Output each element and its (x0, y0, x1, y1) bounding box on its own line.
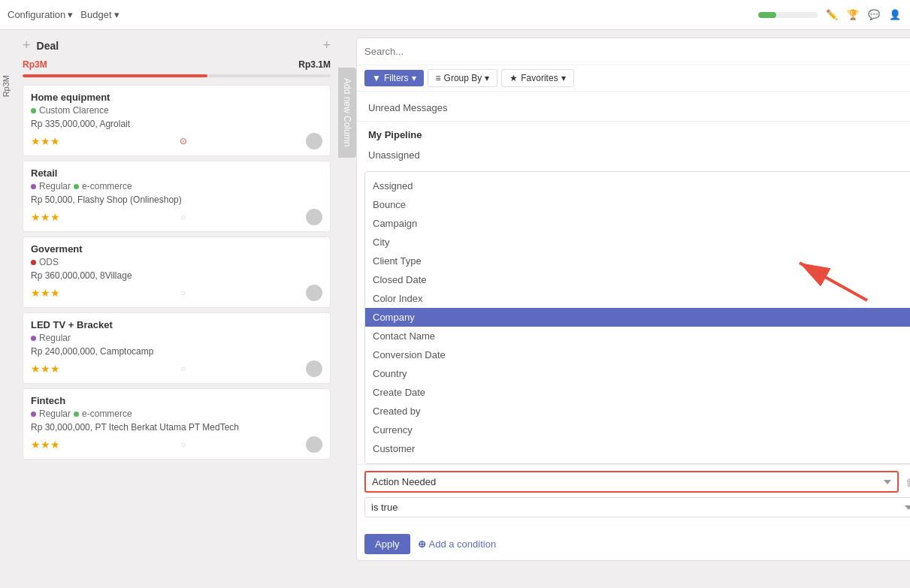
kanban-card[interactable]: Goverment ODS Rp 360,000,000, 8Village ★… (23, 237, 331, 308)
kanban-card[interactable]: Fintech Regular e-commerce Rp 30,000,000… (23, 388, 331, 460)
filter-list-item[interactable]: Create Date (365, 383, 910, 402)
kanban-total-right: Rp3.1M (298, 59, 331, 70)
card-title: Home equipment (31, 92, 322, 103)
menu-icon: ≡ (436, 73, 441, 83)
kanban-card[interactable]: Home equipment Custom Clarence Rp 335,00… (23, 85, 331, 156)
favorites-button[interactable]: ★ Favorites ▾ (501, 69, 573, 87)
filter-list-item[interactable]: Color Index (365, 289, 910, 308)
filter-list-item[interactable]: Created by (365, 402, 910, 421)
card-title: Retail (31, 167, 322, 179)
card-footer: ★★★ ○ (31, 436, 322, 453)
avatar (306, 285, 322, 301)
filter-list-item[interactable]: Assigned (365, 176, 910, 195)
user-icon[interactable]: 👤 (887, 8, 902, 23)
condition-area: Action Needed Active Activities Assigned… (357, 464, 910, 528)
kanban-progress-fill (23, 74, 207, 77)
right-panel: ▼ Filters ▾ ≡ Group By ▾ ★ Favorites ▾ (356, 30, 910, 588)
card-sub: Regular (31, 333, 322, 343)
search-dropdown-container: ▼ Filters ▾ ≡ Group By ▾ ★ Favorites ▾ (356, 38, 910, 561)
kanban-card[interactable]: Retail Regular e-commerce Rp 50,000, Fla… (23, 161, 331, 232)
trophy-icon[interactable]: 🏆 (845, 8, 860, 23)
nav-configuration[interactable]: Configuration ▾ (8, 9, 73, 20)
filter-list-item[interactable]: Contact Name (365, 327, 910, 345)
status-dot (74, 412, 79, 417)
kanban-progress-bar (23, 74, 331, 77)
card-stars: ★★★ (31, 363, 60, 375)
dropdown-panel: Unread Messages My Pipeline Unassigned (357, 92, 910, 171)
kanban-totals: Rp3M Rp3.1M (23, 59, 331, 70)
filter-list-item[interactable]: Campaign (365, 214, 910, 233)
card-footer: ★★★ ○ (31, 285, 322, 301)
search-input-row (357, 38, 910, 65)
kanban-card[interactable]: LED TV + Bracket Regular Rp 240,000,000,… (23, 312, 331, 384)
filter-list-item[interactable]: Client Type (365, 252, 910, 270)
progress-bar (758, 12, 818, 18)
filter-list-item[interactable]: Activities (365, 171, 910, 176)
status-dot (31, 412, 36, 417)
add-column-right-btn[interactable]: + (322, 38, 331, 53)
plus-icon: ⊕ (418, 538, 426, 550)
add-column-left-btn[interactable]: + (23, 38, 31, 53)
filter-list-item[interactable]: Currency (365, 421, 910, 439)
nav-budget-label: Budget (80, 9, 111, 20)
progress-fill (758, 12, 776, 18)
card-stars: ★★★ (31, 211, 60, 223)
condition-row: Action Needed Active Activities Assigned… (364, 471, 910, 493)
status-dot (31, 108, 36, 113)
chevron-down-icon: ▾ (412, 73, 416, 83)
delete-condition-btn[interactable]: 🗑 (902, 476, 910, 488)
dropdown-divider (357, 121, 910, 122)
filter-list-item[interactable]: Closed Date (365, 270, 910, 289)
condition-operator-select[interactable]: is true is false (364, 497, 910, 517)
card-footer: ★★★ ○ (31, 209, 322, 225)
dropdown-item-mypipeline[interactable]: My Pipeline (357, 125, 910, 145)
kanban-total-left: Rp3M (23, 59, 47, 70)
filter-list-item[interactable]: Customer Name (365, 458, 910, 464)
filters-button[interactable]: ▼ Filters ▾ (364, 70, 424, 86)
kanban-header: + Deal + (23, 38, 331, 53)
nav-budget[interactable]: Budget ▾ (80, 9, 119, 20)
card-stars: ★★★ (31, 287, 60, 299)
dropdown-item-unassigned[interactable]: Unassigned (357, 145, 910, 165)
card-title: LED TV + Bracket (31, 319, 322, 330)
add-condition-label: Add a condition (429, 538, 497, 550)
groupby-button[interactable]: ≡ Group By ▾ (428, 69, 498, 87)
top-navigation: Configuration ▾ Budget ▾ ✏️ 🏆 💬 👤 (0, 0, 910, 30)
groupby-label: Group By (444, 73, 482, 83)
main-content: Rp3M + Deal + Rp3M Rp3.1M Home equipment (0, 30, 910, 588)
card-title: Fintech (31, 395, 322, 406)
apply-button[interactable]: Apply (364, 534, 410, 554)
search-input[interactable] (364, 46, 910, 57)
clock-icon: ○ (180, 439, 186, 450)
filter-list-item[interactable]: Conversion Date (365, 345, 910, 364)
clock-icon: ○ (180, 363, 186, 374)
status-dot (31, 184, 36, 189)
card-stars: ★★★ (31, 439, 60, 451)
chat-icon[interactable]: 💬 (866, 8, 881, 23)
status-dot (74, 184, 79, 189)
avatar (306, 209, 322, 225)
filter-icon: ▼ (372, 73, 381, 83)
card-amount: Rp 240,000,000, Camptocamp (31, 346, 322, 357)
edit-icon[interactable]: ✏️ (824, 8, 839, 23)
filter-list[interactable]: Action NeededActiveActivitiesAssignedBou… (364, 171, 910, 464)
left-label-rp3m: Rp3M (2, 75, 11, 97)
chevron-down-icon: ▾ (114, 9, 119, 20)
dropdown-item-unread[interactable]: Unread Messages (357, 98, 910, 118)
add-new-column-btn[interactable]: Add new Column (338, 68, 356, 158)
card-stars: ★★★ (31, 135, 60, 147)
filter-list-item[interactable]: City (365, 233, 910, 252)
filter-list-item[interactable]: Bounce (365, 195, 910, 214)
avatar (306, 360, 322, 377)
avatar (306, 133, 322, 149)
filter-list-item[interactable]: Company (365, 308, 910, 327)
filter-list-item[interactable]: Country (365, 364, 910, 383)
nav-configuration-label: Configuration (8, 9, 65, 20)
clock-icon: ○ (180, 288, 186, 298)
add-condition-button[interactable]: ⊕ Add a condition (418, 538, 497, 550)
status-dot (31, 260, 36, 265)
filter-list-item[interactable]: Customer (365, 439, 910, 458)
dropdown-item-label: Unread Messages (368, 102, 448, 113)
card-sub: ODS (31, 257, 322, 267)
condition-field-select[interactable]: Action Needed Active Activities Assigned… (364, 471, 899, 493)
